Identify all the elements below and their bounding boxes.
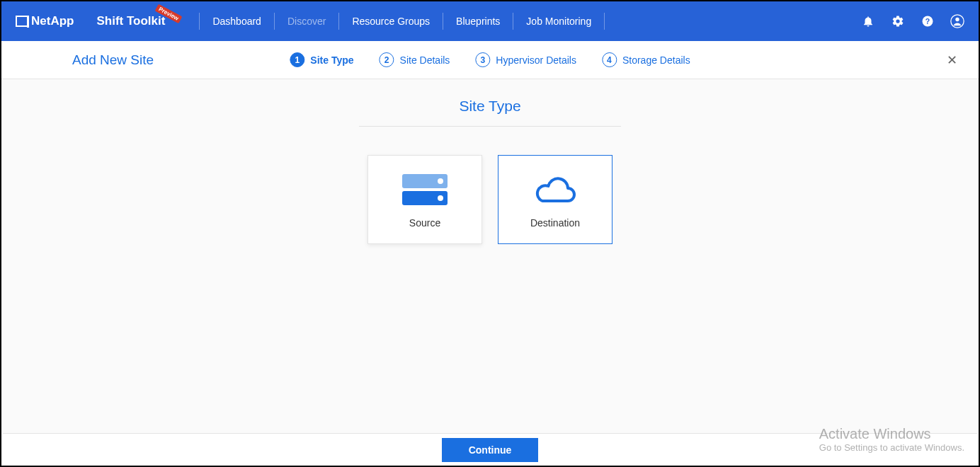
main-content: Site Type Source Destination [1, 79, 979, 244]
step-hypervisor-details[interactable]: 3 Hypervisor Details [475, 52, 576, 67]
card-destination[interactable]: Destination [498, 155, 612, 244]
stepper: 1 Site Type 2 Site Details 3 Hypervisor … [290, 52, 690, 67]
card-label: Destination [530, 217, 580, 229]
step-storage-details[interactable]: 4 Storage Details [602, 52, 690, 67]
svg-point-3 [955, 18, 959, 21]
step-label: Hypervisor Details [496, 54, 576, 66]
nav-discover[interactable]: Discover [275, 1, 338, 41]
step-number: 3 [475, 52, 490, 67]
help-icon[interactable]: ? [921, 14, 935, 28]
app-header: NetApp Shift Toolkit Preview Dashboard D… [1, 1, 979, 41]
nav-job-monitoring[interactable]: Job Monitoring [513, 1, 604, 41]
brand-name: NetApp [31, 14, 74, 28]
divider [359, 126, 621, 127]
svg-text:?: ? [925, 17, 930, 25]
card-source[interactable]: Source [368, 155, 482, 244]
wizard-footer: Continue [3, 433, 977, 466]
gear-icon[interactable] [891, 14, 905, 28]
header-actions: ? [861, 14, 964, 28]
wizard-header: Add New Site 1 Site Type 2 Site Details … [1, 41, 979, 79]
close-icon[interactable]: ✕ [942, 48, 962, 72]
product-name: Shift Toolkit Preview [96, 14, 165, 28]
bell-icon[interactable] [861, 14, 875, 28]
user-icon[interactable] [950, 14, 964, 28]
step-site-type[interactable]: 1 Site Type [290, 52, 353, 67]
nav-blueprints[interactable]: Blueprints [443, 1, 513, 41]
nav-resource-groups[interactable]: Resource Groups [339, 1, 443, 41]
step-label: Site Details [400, 54, 450, 66]
main-nav: Dashboard Discover Resource Groups Bluep… [199, 1, 605, 41]
site-type-cards: Source Destination [1, 155, 979, 244]
server-icon [402, 171, 448, 209]
step-number: 1 [290, 52, 304, 67]
section-title: Site Type [1, 98, 979, 115]
step-label: Site Type [310, 54, 353, 66]
page-title: Add New Site [72, 52, 154, 68]
netapp-logo-icon [16, 16, 27, 27]
brand-logo[interactable]: NetApp [16, 14, 74, 28]
step-number: 4 [602, 52, 617, 67]
card-label: Source [409, 217, 440, 229]
cloud-icon [532, 171, 578, 209]
step-label: Storage Details [622, 54, 690, 66]
continue-button[interactable]: Continue [442, 438, 539, 462]
step-site-details[interactable]: 2 Site Details [380, 52, 450, 67]
step-number: 2 [380, 52, 394, 67]
nav-dashboard[interactable]: Dashboard [200, 1, 274, 41]
